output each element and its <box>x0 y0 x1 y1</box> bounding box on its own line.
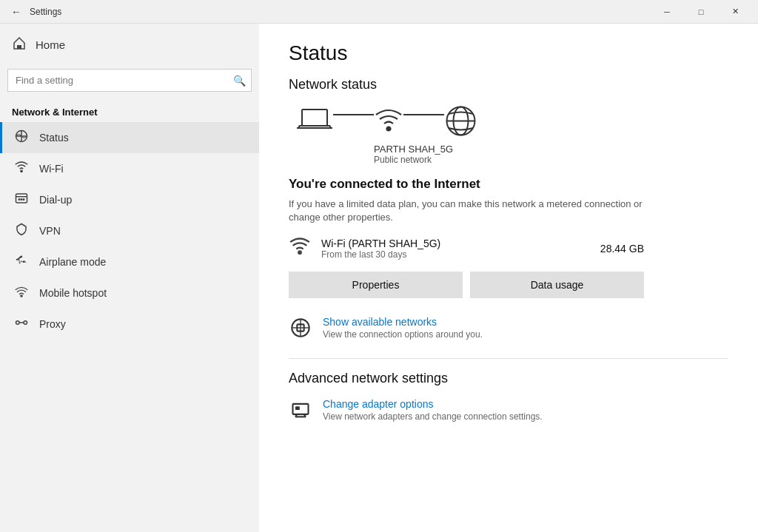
adapter-desc: View network adapters and change connect… <box>323 411 543 422</box>
sidebar-item-wifi-label: Wi-Fi <box>39 163 64 175</box>
svg-rect-14 <box>302 110 327 126</box>
sidebar-item-hotspot-label: Mobile hotspot <box>39 287 107 299</box>
wifi-name: Wi-Fi (PARTH SHAH_5G) <box>321 238 440 249</box>
sidebar: Home 🔍 Network & Internet Status <box>0 24 259 532</box>
wifi-icon <box>14 161 29 177</box>
wifi-details: Wi-Fi (PARTH SHAH_5G) From the last 30 d… <box>321 238 440 260</box>
show-networks-title[interactable]: Show available networks <box>323 316 483 328</box>
sidebar-item-dialup-label: Dial-up <box>39 194 72 206</box>
network-status-title: Network status <box>289 77 728 92</box>
wifi-info-row: Wi-Fi (PARTH SHAH_5G) From the last 30 d… <box>289 236 644 261</box>
sidebar-item-status-label: Status <box>39 132 69 144</box>
back-button[interactable]: ← <box>6 1 27 22</box>
globe-node <box>444 104 477 138</box>
sidebar-item-hotspot[interactable]: Mobile hotspot <box>0 277 259 309</box>
maximize-button[interactable]: □ <box>684 0 718 24</box>
content-area: Status Network status <box>259 24 758 532</box>
data-usage-button[interactable]: Data usage <box>470 272 644 298</box>
sidebar-item-proxy-label: Proxy <box>39 318 66 330</box>
svg-rect-0 <box>17 45 21 49</box>
titlebar: ← Settings ─ □ ✕ <box>0 0 758 24</box>
wifi-signal-icon <box>289 236 311 261</box>
action-buttons: Properties Data usage <box>289 272 644 298</box>
svg-point-8 <box>21 199 22 201</box>
sidebar-item-home[interactable]: Home <box>0 24 259 66</box>
search-icon: 🔍 <box>233 75 246 87</box>
close-button[interactable]: ✕ <box>718 0 752 24</box>
wifi-data-usage: 28.44 GB <box>600 243 644 255</box>
svg-point-9 <box>23 199 24 201</box>
svg-point-17 <box>387 127 391 130</box>
page-title: Status <box>289 41 728 65</box>
wifi-sub: From the last 30 days <box>321 249 440 260</box>
adapter-icon <box>289 400 312 425</box>
show-networks-icon <box>289 317 312 343</box>
status-icon <box>14 129 29 146</box>
adapter-title[interactable]: Change adapter options <box>323 398 543 410</box>
network-line-1 <box>333 114 374 115</box>
network-name: PARTH SHAH_5G <box>374 144 728 155</box>
home-icon <box>12 36 27 54</box>
sidebar-section-title: Network & Internet <box>0 101 259 122</box>
connection-status: You're connected to the Internet <box>289 177 728 192</box>
svg-point-10 <box>21 295 22 297</box>
show-networks-details: Show available networks View the connect… <box>323 316 483 340</box>
network-line-2 <box>403 114 444 115</box>
show-networks-desc: View the connection options around you. <box>323 329 483 340</box>
home-label: Home <box>36 38 65 51</box>
change-adapter-option[interactable]: Change adapter options View network adap… <box>289 398 728 425</box>
dialup-icon <box>14 192 29 208</box>
network-type: Public network <box>374 155 728 165</box>
properties-button[interactable]: Properties <box>289 272 463 298</box>
sidebar-item-dialup[interactable]: Dial-up <box>0 184 259 215</box>
vpn-icon <box>14 223 29 239</box>
network-labels: PARTH SHAH_5G Public network <box>374 144 728 165</box>
sidebar-item-status[interactable]: Status <box>0 122 259 153</box>
wifi-info-left: Wi-Fi (PARTH SHAH_5G) From the last 30 d… <box>289 236 440 261</box>
airplane-icon <box>14 254 29 270</box>
sidebar-item-airplane-label: Airplane mode <box>39 256 106 268</box>
search-box: 🔍 <box>7 69 252 92</box>
advanced-title: Advanced network settings <box>289 371 728 386</box>
sidebar-item-vpn-label: VPN <box>39 225 61 237</box>
network-diagram <box>289 104 728 138</box>
minimize-button[interactable]: ─ <box>650 0 684 24</box>
section-divider <box>289 358 728 359</box>
main-container: Home 🔍 Network & Internet Status <box>0 24 758 532</box>
window-controls: ─ □ ✕ <box>650 0 752 24</box>
proxy-icon <box>14 316 29 332</box>
show-networks-option[interactable]: Show available networks View the connect… <box>289 316 728 343</box>
svg-point-7 <box>19 199 20 201</box>
svg-point-11 <box>16 321 20 325</box>
svg-point-12 <box>24 321 27 325</box>
laptop-node <box>296 107 333 136</box>
svg-rect-30 <box>295 407 300 411</box>
search-input[interactable] <box>7 69 252 92</box>
sidebar-item-proxy[interactable]: Proxy <box>0 309 259 340</box>
sidebar-item-vpn[interactable]: VPN <box>0 215 259 246</box>
sidebar-item-airplane[interactable]: Airplane mode <box>0 246 259 277</box>
svg-point-4 <box>21 170 22 172</box>
wifi-node <box>374 106 403 137</box>
sidebar-item-wifi[interactable]: Wi-Fi <box>0 153 259 184</box>
svg-point-21 <box>298 252 301 255</box>
hotspot-icon <box>14 285 29 301</box>
adapter-details: Change adapter options View network adap… <box>323 398 543 422</box>
connection-desc: If you have a limited data plan, you can… <box>289 198 644 224</box>
svg-rect-26 <box>293 404 309 414</box>
window-title: Settings <box>27 7 650 17</box>
